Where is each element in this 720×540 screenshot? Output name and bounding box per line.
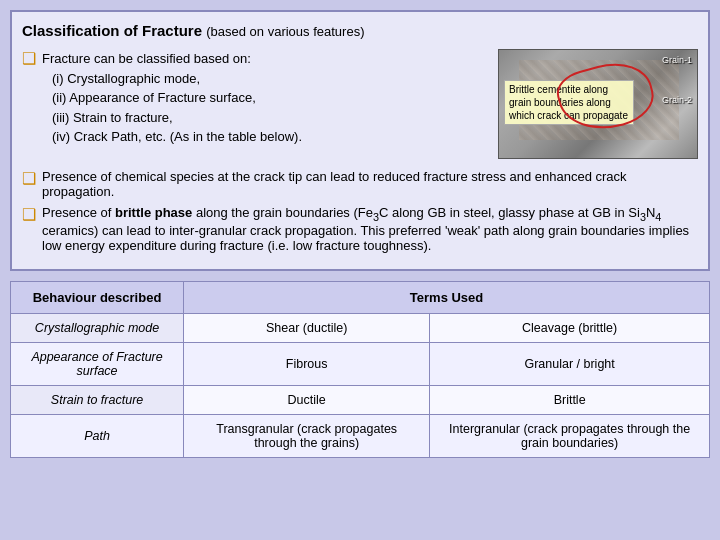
row-col1-2: Ductile [184, 385, 430, 414]
bullet-2-text: Presence of chemical species at the crac… [42, 169, 698, 199]
intro-item-2: (ii) Appearance of Fracture surface, [52, 88, 488, 108]
row-label-3: Path [11, 414, 184, 457]
card-text: ❑ Fracture can be classified based on: (… [22, 49, 488, 153]
row-col2-2: Brittle [430, 385, 710, 414]
table-header-row: Behaviour described Terms Used [11, 281, 710, 313]
table-section: Behaviour described Terms Used Crystallo… [10, 281, 710, 458]
image-label: Brittle cementite along grain boundaries… [504, 80, 634, 125]
bullet-2: ❑ Presence of chemical species at the cr… [22, 169, 698, 199]
row-col1-0: Shear (ductile) [184, 313, 430, 342]
table-row: Appearance of Fracture surface Fibrous G… [11, 342, 710, 385]
card-header: Classification of Fracture (based on var… [22, 22, 698, 39]
table-row: Path Transgranular (crack propagates thr… [11, 414, 710, 457]
top-card: Classification of Fracture (based on var… [10, 10, 710, 271]
table-row: Crystallographic mode Shear (ductile) Cl… [11, 313, 710, 342]
row-col2-1: Granular / bright [430, 342, 710, 385]
card-body: ❑ Fracture can be classified based on: (… [22, 49, 698, 159]
intro-suffix: (As in the table below). [170, 129, 302, 144]
bullet-icon-1: ❑ [22, 49, 36, 70]
grain2-label: Grain-2 [662, 95, 692, 105]
row-col1-3: Transgranular (crack propagates through … [184, 414, 430, 457]
row-label-0: Crystallographic mode [11, 313, 184, 342]
grain1-label: Grain-1 [662, 55, 692, 65]
card-title: Classification of Fracture [22, 22, 202, 39]
intro-item-1: (i) Crystallographic mode, [52, 69, 488, 89]
row-label-1: Appearance of Fracture surface [11, 342, 184, 385]
bullet-icon-3: ❑ [22, 205, 36, 226]
image-area: Brittle cementite along grain boundaries… [498, 49, 698, 159]
row-col2-0: Cleavage (brittle) [430, 313, 710, 342]
bullet-icon-2: ❑ [22, 169, 36, 190]
intro-prefix: Fracture can be classified based on: [42, 51, 251, 66]
col-header-terms: Terms Used [184, 281, 710, 313]
grain-labels: Grain-1 Grain-2 [662, 55, 692, 105]
classification-table: Behaviour described Terms Used Crystallo… [10, 281, 710, 458]
bullet-3: ❑ Presence of brittle phase along the gr… [22, 205, 698, 253]
row-label-2: Strain to fracture [11, 385, 184, 414]
bullet-3-text: Presence of brittle phase along the grai… [42, 205, 698, 253]
col-header-behaviour: Behaviour described [11, 281, 184, 313]
bullets-section: ❑ Presence of chemical species at the cr… [22, 169, 698, 259]
intro-content: Fracture can be classified based on: (i)… [42, 49, 488, 147]
card-subtitle: (based on various features) [206, 24, 364, 39]
microscope-image: Brittle cementite along grain boundaries… [498, 49, 698, 159]
intro-bullet: ❑ Fracture can be classified based on: (… [22, 49, 488, 147]
intro-item-3: (iii) Strain to fracture, [52, 108, 488, 128]
row-col2-3: Intergranular (crack propagates through … [430, 414, 710, 457]
intro-item-4: (iv) Crack Path, etc. (As in the table b… [52, 127, 488, 147]
table-row: Strain to fracture Ductile Brittle [11, 385, 710, 414]
row-col1-1: Fibrous [184, 342, 430, 385]
